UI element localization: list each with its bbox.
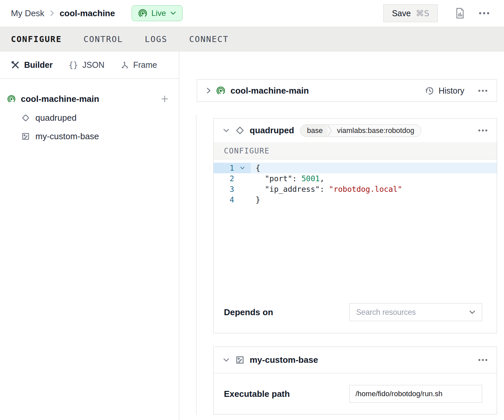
tab-configure[interactable]: CONFIGURE [11, 34, 62, 44]
code-token-key: "port" [256, 174, 292, 183]
executable-path-input[interactable]: /home/fido/robotdog/run.sh [349, 385, 482, 403]
tree-item-label: my-custom-base [35, 131, 99, 142]
configure-sidebar: Builder {} JSON Frame [0, 52, 179, 420]
machine-report-icon[interactable] [455, 8, 465, 19]
badge-model: viamlabs:base:robotdog [332, 125, 421, 137]
executable-path-value: /home/fido/robotdog/run.sh [356, 390, 442, 398]
line-number: 3 [214, 184, 234, 194]
my-custom-base-card: my-custom-base Executable path /home/fid… [213, 347, 497, 414]
line-number: 4 [214, 194, 234, 205]
tree-item-label: cool-machine-main [21, 94, 99, 104]
view-builder-label: Builder [24, 60, 53, 70]
breadcrumb-separator-icon [50, 10, 54, 17]
editor-gutter: 3 [214, 184, 251, 194]
configure-main-panel: cool-machine-main History [179, 52, 504, 420]
view-builder[interactable]: Builder [11, 60, 53, 70]
view-frame-label: Frame [133, 60, 157, 70]
tab-logs[interactable]: LOGS [145, 34, 167, 44]
live-broadcast-icon [138, 9, 147, 18]
collapse-chevron-down-icon[interactable] [223, 358, 230, 362]
machine-tab-bar: CONFIGURE CONTROL LOGS CONNECT [0, 26, 504, 52]
view-json[interactable]: {} JSON [68, 60, 105, 70]
depends-on-label: Depends on [224, 307, 273, 317]
card-overflow-menu-icon[interactable] [478, 90, 487, 92]
live-broadcast-icon [7, 95, 16, 103]
badge-separator-icon [327, 124, 332, 137]
select-chevron-down-icon [469, 310, 475, 314]
code-token-comma: , [320, 174, 324, 183]
code-token: } [256, 195, 260, 204]
editor-gutter: 1 [214, 163, 251, 173]
collapse-chevron-down-icon[interactable] [223, 128, 230, 133]
quadruped-card: quadruped base viamlabs:base:robotdog CO… [213, 118, 497, 333]
editor-section-title: CONFIGURE [224, 147, 270, 155]
line-number: 1 [214, 163, 234, 173]
fold-placeholder [234, 194, 251, 205]
code-token-string: "robotdog.local" [329, 185, 402, 193]
editor-section-header: CONFIGURE [214, 142, 497, 159]
save-label: Save [392, 9, 411, 18]
line-number: 2 [214, 173, 234, 184]
model-badge[interactable]: base viamlabs:base:robotdog [300, 124, 421, 137]
fold-placeholder [234, 173, 251, 184]
save-shortcut-hint: ⌘S [416, 9, 429, 18]
depends-on-placeholder: Search resources [356, 308, 416, 317]
breadcrumb: My Desk cool-machine [11, 8, 115, 19]
tree-item-machine-main[interactable]: cool-machine-main [7, 91, 169, 106]
code-line[interactable]: 1 { [214, 163, 497, 173]
code-line[interactable]: 3 "ip_address": "robotdog.local" [214, 184, 497, 194]
diamond-component-icon [235, 126, 244, 135]
top-header: My Desk cool-machine Live Save ⌘S [0, 0, 504, 26]
code-token: { [256, 164, 260, 172]
tab-control[interactable]: CONTROL [83, 34, 123, 44]
module-icon [21, 132, 30, 141]
machine-main-title: cool-machine-main [231, 86, 309, 96]
editor-gutter: 2 [214, 173, 251, 184]
frame-axes-icon [120, 61, 129, 69]
json-attributes-editor[interactable]: 1 { 2 "port": 5001, 3 [214, 159, 497, 205]
header-overflow-menu-icon[interactable] [479, 12, 489, 15]
braces-icon: {} [68, 61, 78, 70]
tree-guide-line [196, 115, 196, 415]
tree-item-my-custom-base[interactable]: my-custom-base [7, 129, 169, 144]
code-line[interactable]: 2 "port": 5001, [214, 173, 497, 184]
live-broadcast-icon [216, 86, 225, 95]
editor-gutter: 4 [214, 194, 251, 205]
code-token-key: "ip_address" [256, 185, 320, 193]
module-icon [235, 356, 244, 364]
code-line[interactable]: 4 } [214, 194, 497, 205]
tree-item-label: quadruped [35, 113, 76, 123]
badge-type: base [300, 125, 327, 137]
executable-path-label: Executable path [224, 389, 290, 399]
live-chevron-down-icon [170, 11, 176, 15]
code-token-number: 5001 [301, 174, 319, 183]
card-overflow-menu-icon[interactable] [478, 129, 487, 132]
fold-chevron-down-icon[interactable] [234, 163, 251, 173]
code-token-colon: : [320, 185, 329, 193]
my-custom-base-title: my-custom-base [250, 355, 318, 365]
tools-icon [11, 61, 20, 69]
live-status-dropdown[interactable]: Live [132, 5, 183, 21]
view-frame[interactable]: Frame [120, 60, 157, 70]
expand-chevron-right-icon[interactable] [206, 87, 211, 94]
history-label: History [439, 86, 464, 96]
tree-item-quadruped[interactable]: quadruped [7, 110, 169, 125]
executable-path-row: Executable path /home/fido/robotdog/run.… [214, 373, 497, 414]
diamond-component-icon [21, 114, 30, 122]
tab-connect[interactable]: CONNECT [189, 34, 229, 44]
view-json-label: JSON [82, 60, 105, 70]
breadcrumb-root-link[interactable]: My Desk [11, 8, 44, 19]
fold-placeholder [234, 184, 251, 194]
save-button[interactable]: Save ⌘S [383, 4, 438, 22]
machine-part-tree: cool-machine-main quadruped my-custom-ba… [0, 79, 179, 144]
depends-on-select[interactable]: Search resources [349, 303, 482, 321]
history-clock-icon [425, 86, 434, 95]
history-button[interactable]: History [425, 86, 464, 96]
quadruped-title: quadruped [250, 125, 294, 136]
machine-main-card: cool-machine-main History [197, 79, 497, 102]
card-overflow-menu-icon[interactable] [478, 359, 487, 361]
view-switcher: Builder {} JSON Frame [0, 52, 179, 79]
live-label: Live [151, 9, 166, 18]
depends-on-row: Depends on Search resources [224, 303, 482, 321]
add-component-icon[interactable] [160, 95, 169, 103]
